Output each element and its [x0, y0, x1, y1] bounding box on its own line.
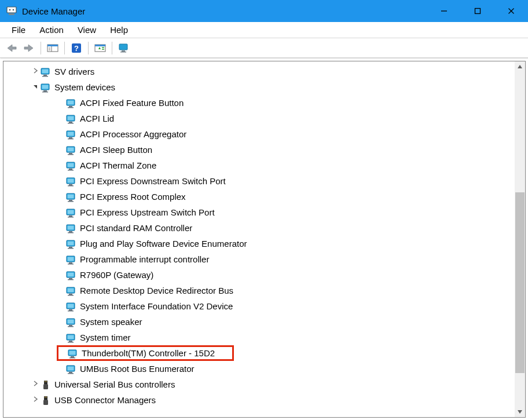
- tree-node[interactable]: System devices: [3, 79, 515, 95]
- monitor-icon: [66, 223, 76, 233]
- svg-rect-103: [45, 381, 45, 382]
- monitor-icon: [66, 114, 76, 124]
- tree-child-node[interactable]: Plug and Play Software Device Enumerator: [57, 236, 247, 251]
- vertical-scrollbar[interactable]: [515, 61, 525, 417]
- scrollbar-track[interactable]: [515, 72, 525, 407]
- svg-rect-101: [68, 373, 74, 374]
- tree-child-node[interactable]: ACPI Fixed Feature Button: [57, 95, 184, 111]
- svg-rect-102: [44, 381, 47, 384]
- tree-child-node[interactable]: System speaker: [57, 314, 142, 330]
- tree-node-label: PCI Express Root Complex: [80, 189, 186, 204]
- svg-rect-91: [68, 335, 74, 339]
- tree-child-node[interactable]: ACPI Thermal Zone: [57, 158, 156, 173]
- monitor-icon: [66, 207, 76, 218]
- tree-child-node[interactable]: Programmable interrupt controller: [57, 251, 209, 267]
- svg-rect-43: [68, 147, 74, 151]
- show-hide-tree-button[interactable]: [45, 40, 61, 56]
- tree-node-label: PCI Express Upstream Switch Port: [80, 204, 215, 220]
- maximize-button[interactable]: [461, 0, 494, 22]
- toolbar-separator: [64, 42, 65, 54]
- monitor-icon: [66, 270, 76, 280]
- tree-node[interactable]: USB Connector Managers: [3, 392, 515, 408]
- expander-expanded-icon[interactable]: [31, 79, 39, 95]
- tree-child-node[interactable]: Remote Desktop Device Redirector Bus: [57, 283, 233, 298]
- svg-rect-57: [68, 201, 74, 202]
- scroll-down-arrow-icon[interactable]: [515, 407, 525, 417]
- tree-node-label: ACPI Processor Aggregator: [80, 126, 186, 142]
- tree-node-label: System speaker: [80, 314, 142, 330]
- svg-rect-107: [45, 396, 45, 397]
- expander-collapsed-icon[interactable]: [31, 392, 39, 408]
- tree-node-label: Plug and Play Software Device Enumerator: [80, 236, 247, 251]
- devices-printers-button[interactable]: [116, 40, 132, 56]
- menu-action[interactable]: Action: [32, 23, 71, 36]
- svg-rect-71: [68, 257, 74, 261]
- help-button[interactable]: ?: [68, 40, 85, 56]
- svg-rect-93: [68, 342, 74, 343]
- tree-node-label: ACPI Lid: [80, 111, 114, 126]
- tree-child-node[interactable]: System timer: [57, 330, 131, 345]
- svg-rect-19: [119, 44, 127, 50]
- scrollbar-thumb[interactable]: [515, 192, 525, 373]
- svg-rect-33: [68, 107, 74, 108]
- svg-rect-55: [68, 194, 74, 198]
- tree-child-node[interactable]: System Interface Foundation V2 Device: [57, 298, 233, 314]
- menu-view[interactable]: View: [71, 23, 103, 36]
- window-title: Device Manager: [22, 6, 427, 16]
- svg-point-3: [13, 9, 14, 11]
- svg-rect-63: [68, 225, 74, 229]
- expander-collapsed-icon[interactable]: [31, 377, 39, 392]
- tree-node-label: System Interface Foundation V2 Device: [80, 298, 233, 314]
- svg-rect-44: [69, 153, 72, 154]
- tree-child-node[interactable]: ACPI Lid: [57, 111, 114, 126]
- monitor-icon: [68, 348, 78, 359]
- svg-rect-97: [69, 357, 75, 359]
- close-button[interactable]: [494, 0, 528, 22]
- svg-rect-67: [68, 241, 74, 245]
- svg-rect-76: [69, 278, 72, 279]
- scan-hardware-button[interactable]: [92, 40, 108, 56]
- tree-child-node[interactable]: ACPI Processor Aggregator: [57, 126, 186, 142]
- monitor-icon: [66, 317, 76, 327]
- tree-node-label: PCI standard RAM Controller: [80, 220, 192, 236]
- svg-rect-35: [68, 116, 74, 120]
- minimize-button[interactable]: [427, 0, 461, 22]
- tree-child-node[interactable]: PCI Express Downstream Switch Port: [57, 173, 226, 189]
- tree-child-node[interactable]: ACPI Sleep Button: [57, 142, 152, 158]
- tree-child-node[interactable]: PCI Express Root Complex: [57, 189, 186, 204]
- svg-rect-109: [43, 400, 48, 405]
- tree-child-node[interactable]: Thunderbolt(TM) Controller - 15D2: [57, 345, 234, 361]
- svg-rect-73: [68, 264, 74, 265]
- monitor-icon: [66, 333, 76, 343]
- device-tree[interactable]: SV driversSystem devices ACPI Fixed Feat…: [3, 61, 515, 417]
- svg-rect-100: [69, 372, 72, 373]
- svg-rect-85: [68, 311, 74, 312]
- tree-node-label: SV drivers: [54, 64, 94, 79]
- expander-collapsed-icon[interactable]: [31, 64, 39, 79]
- svg-rect-79: [68, 288, 74, 292]
- forward-button[interactable]: [21, 40, 37, 56]
- tree-node[interactable]: Universal Serial Bus controllers: [3, 377, 515, 392]
- monitor-icon: [66, 364, 76, 374]
- back-button[interactable]: [3, 40, 20, 56]
- tree-node[interactable]: SV drivers: [3, 64, 515, 79]
- svg-rect-81: [68, 295, 74, 296]
- svg-rect-28: [43, 90, 47, 92]
- tree-node-label: Thunderbolt(TM) Controller - 15D2: [82, 345, 215, 361]
- tree-child-node[interactable]: PCI Express Upstream Switch Port: [57, 204, 215, 220]
- menu-help[interactable]: Help: [103, 23, 135, 36]
- tree-child-node[interactable]: R7960P (Gateway): [57, 267, 153, 283]
- tree-node-label: R7960P (Gateway): [80, 267, 153, 283]
- svg-rect-21: [120, 52, 126, 53]
- svg-rect-41: [68, 138, 74, 140]
- svg-rect-89: [68, 326, 74, 327]
- menu-file[interactable]: File: [5, 23, 32, 36]
- tree-child-node[interactable]: PCI standard RAM Controller: [57, 220, 192, 236]
- svg-rect-80: [69, 294, 72, 295]
- scroll-up-arrow-icon[interactable]: [515, 61, 525, 72]
- tree-node-label: PCI Express Downstream Switch Port: [80, 173, 226, 189]
- usb-icon: [41, 379, 51, 390]
- svg-rect-23: [42, 69, 49, 73]
- svg-rect-108: [46, 396, 47, 397]
- tree-child-node[interactable]: UMBus Root Bus Enumerator: [57, 361, 195, 377]
